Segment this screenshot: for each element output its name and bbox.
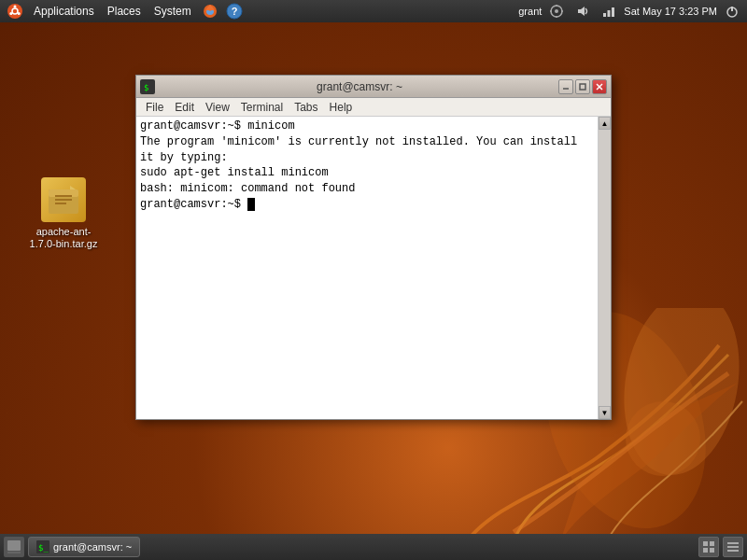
svg-point-5 — [14, 6, 17, 8]
taskbar-list-view-icon[interactable] — [723, 537, 743, 557]
terminal-menu-terminal[interactable]: Terminal — [235, 98, 289, 117]
terminal-menu-file[interactable]: File — [140, 98, 169, 117]
terminal-menubar: File Edit View Terminal Tabs Help — [136, 98, 611, 117]
svg-rect-45 — [727, 550, 739, 552]
scrollbar-down-button[interactable]: ▼ — [599, 406, 611, 419]
terminal-menu-help[interactable]: Help — [324, 98, 359, 117]
bottom-taskbar: $_ grant@camsvr: ~ — [0, 534, 747, 560]
svg-rect-28 — [55, 203, 66, 204]
places-menu[interactable]: Places — [102, 0, 147, 22]
top-panel: Applications Places System ? grant — [0, 0, 747, 22]
terminal-window: $ grant@camsvr: ~ File Edit View Termina… — [135, 75, 612, 420]
terminal-menu-view[interactable]: View — [200, 98, 235, 117]
svg-text:?: ? — [231, 6, 237, 17]
terminal-window-buttons — [558, 79, 607, 94]
terminal-content[interactable]: grant@camsvr:~$ minicom The program 'min… — [136, 117, 598, 419]
terminal-titlebar: $ grant@camsvr: ~ — [136, 76, 611, 98]
ubuntu-logo-icon — [6, 2, 24, 21]
svg-rect-44 — [727, 546, 739, 548]
close-button[interactable] — [592, 79, 607, 94]
taskbar-show-desktop-icon[interactable] — [4, 537, 24, 557]
terminal-menu-edit[interactable]: Edit — [169, 98, 200, 117]
firefox-icon[interactable] — [201, 2, 219, 21]
power-icon[interactable] — [723, 2, 741, 21]
svg-rect-39 — [703, 541, 708, 546]
datetime-label: Sat May 17 3:23 PM — [624, 6, 717, 17]
taskbar-grid-view-icon[interactable] — [698, 537, 719, 557]
desktop-icon-label: apache-ant-1.7.0-bin.tar.gz — [26, 226, 101, 250]
svg-rect-35 — [7, 540, 21, 551]
svg-rect-32 — [580, 84, 585, 90]
ubuntu-logo — [7, 4, 22, 19]
svg-marker-18 — [578, 7, 585, 16]
archive-icon — [41, 177, 86, 222]
svg-text:$: $ — [144, 83, 148, 92]
svg-point-7 — [9, 12, 12, 15]
terminal-scrollbar[interactable]: ▲ ▼ — [598, 117, 611, 419]
terminal-line-1: grant@camsvr:~$ minicom — [140, 119, 594, 134]
help-icon[interactable]: ? — [225, 2, 244, 21]
settings-icon[interactable] — [547, 2, 566, 21]
terminal-line-3: sudo apt-get install minicom — [140, 165, 594, 181]
svg-rect-43 — [727, 542, 739, 544]
applications-menu[interactable]: Applications — [28, 0, 100, 22]
svg-rect-21 — [612, 7, 614, 17]
terminal-title: grant@camsvr: ~ — [161, 80, 558, 93]
taskbar-app-label: grant@camsvr: ~ — [53, 541, 132, 553]
taskbar-right — [698, 537, 743, 557]
svg-rect-36 — [7, 552, 21, 553]
svg-rect-42 — [710, 548, 714, 553]
svg-rect-26 — [55, 195, 72, 197]
maximize-button[interactable] — [575, 79, 590, 94]
svg-text:$_: $_ — [38, 543, 49, 553]
terminal-body: grant@camsvr:~$ minicom The program 'min… — [136, 117, 611, 419]
network-icon[interactable] — [599, 2, 618, 21]
panel-left: Applications Places System ? — [0, 0, 246, 22]
desktop-icon-apache-ant[interactable]: apache-ant-1.7.0-bin.tar.gz — [26, 177, 101, 250]
svg-rect-27 — [55, 199, 72, 201]
terminal-line-2: The program 'minicom' is currently not i… — [140, 134, 594, 166]
terminal-line-4: bash: minicom: command not found — [140, 181, 594, 197]
svg-point-13 — [555, 9, 558, 13]
svg-rect-20 — [608, 10, 611, 17]
svg-point-6 — [18, 12, 21, 15]
svg-rect-19 — [603, 13, 606, 17]
terminal-cursor — [247, 198, 255, 211]
system-menu[interactable]: System — [148, 0, 197, 22]
minimize-button[interactable] — [558, 79, 573, 94]
svg-rect-40 — [710, 541, 714, 546]
terminal-window-icon: $ — [140, 79, 155, 94]
terminal-line-5: grant@camsvr:~$ — [140, 197, 594, 213]
volume-icon[interactable] — [573, 2, 592, 21]
scrollbar-track[interactable] — [599, 130, 611, 406]
scrollbar-up-button[interactable]: ▲ — [599, 117, 611, 130]
taskbar-terminal-button[interactable]: $_ grant@camsvr: ~ — [28, 537, 140, 557]
terminal-menu-tabs[interactable]: Tabs — [289, 98, 323, 117]
svg-rect-41 — [703, 548, 708, 553]
panel-right: grant Sat — [518, 2, 747, 21]
username-label: grant — [518, 6, 542, 17]
